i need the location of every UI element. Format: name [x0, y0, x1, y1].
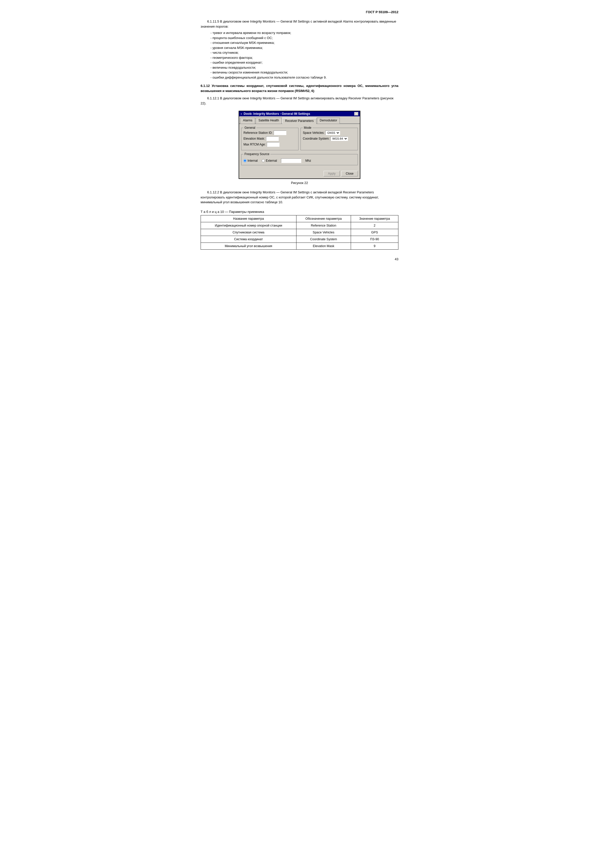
row2-value: GPS — [351, 229, 399, 236]
table-row: Спутниковая система Space Vehicles GPS — [201, 229, 399, 236]
gost-header: ГОСТ Р 55109—2012 — [200, 10, 399, 14]
row2-designation: Space Vehicles — [296, 229, 351, 236]
freq-external-label: External — [266, 159, 277, 162]
col-header-value: Значение параметра — [351, 215, 399, 222]
row3-name: Система координат — [201, 236, 296, 243]
table-row: Идентификационный номер опорной станции … — [201, 222, 399, 229]
max-rtcm-input[interactable] — [267, 142, 280, 147]
max-rtcm-label: Max RTCM Age: — [244, 143, 266, 146]
section-6-1-12-1-para: 6.1.12.1 В диалоговом окне Integrity Mon… — [200, 96, 399, 106]
list-item: - ошибки определения координат; — [211, 60, 399, 65]
col-header-name: Название параметра — [201, 215, 296, 222]
row1-value: 2 — [351, 222, 399, 229]
row3-designation: Coordinate System — [296, 236, 351, 243]
freq-internal-label: Internal — [247, 159, 258, 162]
row4-value: 9 — [351, 243, 399, 249]
list-item: - ошибки дифференциальной дальности поль… — [211, 75, 399, 80]
freq-external-radio[interactable] — [262, 159, 265, 162]
dialog-tabs: Alarms Satellite Health Receiver Paramet… — [239, 116, 360, 124]
list-item: - величины скорости изменения псевдодаль… — [211, 70, 399, 75]
dialog-title-text: Doob: Integrity Monitors - General IM Se… — [244, 112, 310, 116]
ref-station-label: Reference Station ID: — [244, 131, 272, 135]
table-caption: Т а б л и ц а 10 — Параметры приемника — [200, 210, 399, 214]
elevation-input[interactable] — [266, 136, 279, 141]
section-6-1-12-2-para: 6.1.12.2 В диалоговом окне Integrity Mon… — [200, 190, 399, 205]
page-number: 43 — [200, 257, 399, 261]
dialog-body: General Reference Station ID: Elevation … — [239, 124, 360, 169]
fieldset-frequency: Frequency Source Internal External Mhz — [241, 152, 358, 165]
coord-system-row: Coordinate System: WGS-84 — [303, 136, 355, 141]
list-item: - тревог и интервала времени по возрасту… — [211, 30, 399, 36]
table-row: Система координат Coordinate System ПЗ-9… — [201, 236, 399, 243]
ref-station-row: Reference Station ID: — [244, 131, 296, 135]
fieldset-general: General Reference Station ID: Elevation … — [241, 126, 298, 150]
tab-alarms[interactable]: Alarms — [240, 117, 255, 124]
section-6-1-12-heading: 6.1.12 Установка системы координат, спут… — [200, 83, 399, 93]
table-row: Минимальный угол возвышения Elevation Ma… — [201, 243, 399, 249]
list-item: - геометрического фактора; — [211, 55, 399, 60]
list-item: - отношения сигнал/шум MSK-приемника; — [211, 40, 399, 45]
parameters-table: Название параметра Обозначение параметра… — [200, 215, 399, 249]
coord-system-label: Coordinate System: — [303, 137, 330, 140]
dialog-footer: Apply Close — [239, 169, 360, 179]
dialog-icon: ≡ — [241, 113, 242, 115]
list-item: - процента ошибочных сообщений с ОС; — [211, 36, 399, 41]
fieldset-mode: Mode Space Vehicles: GNSS Coordinate Sys… — [301, 126, 358, 150]
space-vehicles-row: Space Vehicles: GNSS — [303, 131, 355, 135]
tab-satellite-health[interactable]: Satellite Health — [256, 117, 282, 124]
close-button[interactable]: Close — [341, 171, 358, 176]
row1-designation: Reference Station — [296, 222, 351, 229]
freq-unit-label: Mhz — [306, 159, 311, 162]
section-6-1-11-5-list: - тревог и интервала времени по возрасту… — [200, 30, 399, 80]
ref-station-input[interactable] — [274, 131, 286, 135]
col-header-designation: Обозначение параметра — [296, 215, 351, 222]
dialog-titlebar: ≡ Doob: Integrity Monitors - General IM … — [239, 111, 360, 116]
row2-name: Спутниковая система — [201, 229, 296, 236]
max-rtcm-row: Max RTCM Age: — [244, 142, 296, 147]
mode-legend: Mode — [303, 126, 312, 129]
freq-row: Internal External Mhz — [244, 158, 355, 163]
elevation-row: Elevation Mask: — [244, 136, 296, 141]
freq-internal-group: Internal — [244, 159, 258, 162]
general-legend: General — [244, 126, 256, 129]
list-item: - уровня сигнала MSK-приемника; — [211, 45, 399, 50]
tab-demodulator[interactable]: Demodulator — [317, 117, 340, 124]
row4-designation: Elevation Mask — [296, 243, 351, 249]
tab-receiver-parameters[interactable]: Receiver Parameters — [282, 118, 316, 124]
row3-value: ПЗ-90 — [351, 236, 399, 243]
list-item: - числа спутников; — [211, 50, 399, 55]
dialog-window: ≡ Doob: Integrity Monitors - General IM … — [239, 111, 360, 179]
freq-legend: Frequency Source — [244, 152, 270, 156]
figure-caption: Рисунок 22 — [291, 181, 308, 185]
space-vehicles-select[interactable]: GNSS — [325, 131, 340, 135]
list-item: - величины псевдодальности; — [211, 65, 399, 70]
figure-22-container: ≡ Doob: Integrity Monitors - General IM … — [200, 111, 399, 185]
freq-external-group: External — [262, 159, 277, 162]
row1-name: Идентификационный номер опорной станции — [201, 222, 296, 229]
dialog-close-button[interactable]: ✕ — [354, 112, 358, 116]
table-header-row: Название параметра Обозначение параметра… — [201, 215, 399, 222]
freq-value-input[interactable] — [281, 158, 301, 163]
space-vehicles-label: Space Vehicles: — [303, 131, 324, 135]
elevation-label: Elevation Mask: — [244, 137, 265, 140]
freq-internal-radio[interactable] — [244, 159, 247, 162]
coord-system-select[interactable]: WGS-84 — [330, 136, 348, 141]
dialog-title: ≡ Doob: Integrity Monitors - General IM … — [241, 112, 310, 116]
section-6-1-11-5-intro: 6.1.11.5 В диалоговом окне Integrity Mon… — [200, 19, 399, 29]
row4-name: Минимальный угол возвышения — [201, 243, 296, 249]
fieldset-group: General Reference Station ID: Elevation … — [241, 126, 358, 150]
apply-button[interactable]: Apply — [324, 171, 340, 176]
